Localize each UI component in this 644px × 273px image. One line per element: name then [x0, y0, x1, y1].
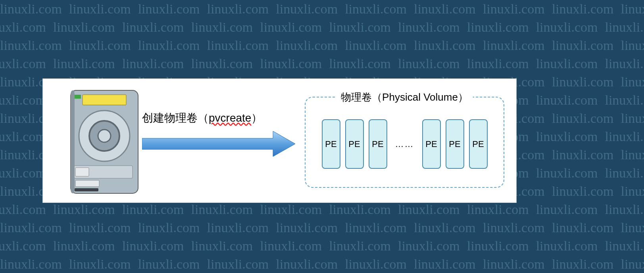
- hard-disk-icon: [59, 84, 150, 199]
- svg-rect-1: [83, 95, 126, 105]
- svg-rect-9: [75, 188, 98, 191]
- slide-page: linuxli.comlinuxli.comlinuxli.comlinuxli…: [0, 0, 644, 273]
- svg-rect-10: [71, 90, 75, 193]
- arrow-caption-command: pvcreate: [209, 112, 251, 124]
- arrow-area: 创建物理卷（pvcreate）: [142, 111, 296, 160]
- svg-rect-8: [75, 180, 99, 187]
- pe-block: PE: [345, 119, 364, 169]
- pv-title: 物理卷（Physical Volume）: [336, 90, 473, 104]
- pe-label: PE: [472, 139, 484, 149]
- svg-rect-7: [75, 168, 89, 176]
- pe-label: PE: [348, 139, 360, 149]
- arrow-caption: 创建物理卷（pvcreate）: [142, 111, 296, 126]
- svg-rect-2: [74, 95, 81, 99]
- diagram-panel: 创建物理卷（pvcreate） 物理卷（Physical Volume） PE …: [42, 78, 517, 203]
- arrow-caption-suffix: ）: [251, 112, 262, 124]
- pe-block: PE: [469, 119, 488, 169]
- svg-point-5: [98, 130, 111, 142]
- pe-block: PE: [322, 119, 340, 169]
- pe-block: PE: [446, 119, 464, 169]
- pe-row: PE PE PE …… PE PE PE: [306, 119, 504, 169]
- pe-block: PE: [422, 119, 441, 169]
- pe-label: PE: [449, 139, 460, 149]
- pe-block: PE: [369, 119, 387, 169]
- pe-label: PE: [325, 139, 336, 149]
- svg-marker-11: [142, 131, 295, 157]
- physical-volume-box: 物理卷（Physical Volume） PE PE PE …… PE PE P…: [305, 97, 504, 188]
- pe-ellipsis: ……: [395, 139, 414, 149]
- arrow-caption-prefix: 创建物理卷（: [142, 112, 209, 124]
- pe-label: PE: [425, 139, 437, 149]
- pe-label: PE: [372, 139, 383, 149]
- arrow-icon: [142, 128, 296, 160]
